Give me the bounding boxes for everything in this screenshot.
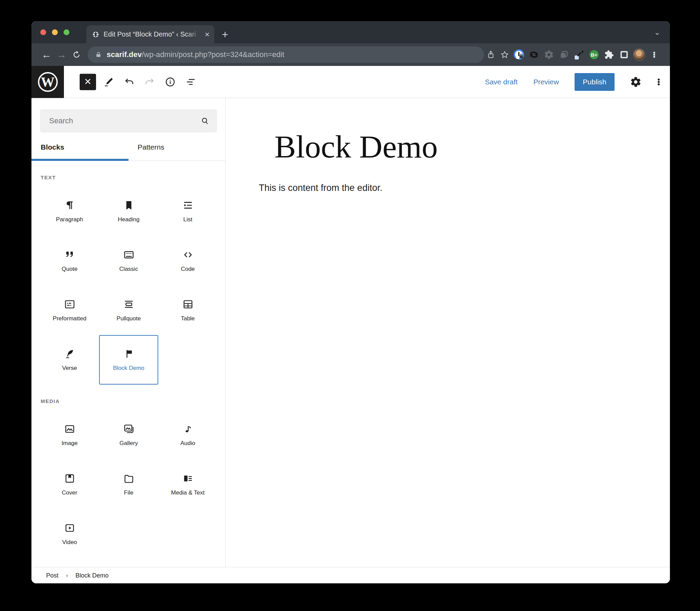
- window-close-button[interactable]: [40, 29, 46, 35]
- media-text-icon: [182, 473, 194, 484]
- block-item-heading[interactable]: Heading: [99, 186, 158, 236]
- section-heading-media: MEDIA: [41, 398, 225, 404]
- tools-button[interactable]: [101, 74, 117, 90]
- block-item-label: Audio: [180, 440, 195, 447]
- preview-button[interactable]: Preview: [533, 78, 559, 86]
- gear-icon: [630, 76, 642, 88]
- block-search[interactable]: [40, 109, 217, 133]
- block-item-table[interactable]: Table: [158, 286, 217, 335]
- undo-button[interactable]: [121, 74, 137, 90]
- inserter-tabs: Blocks Patterns: [31, 134, 225, 161]
- block-item-block-demo[interactable]: Block Demo: [99, 335, 158, 385]
- block-item-video[interactable]: Video: [40, 509, 99, 559]
- block-item-label: Video: [62, 539, 77, 546]
- gear-extension-icon[interactable]: [541, 47, 556, 62]
- share-button[interactable]: [484, 48, 498, 61]
- list-view-icon: [185, 76, 197, 88]
- block-item-label: Quote: [62, 266, 77, 273]
- reload-button[interactable]: [69, 47, 84, 62]
- options-menu-button[interactable]: •••: [654, 78, 663, 85]
- block-item-list[interactable]: List: [158, 186, 217, 236]
- color-picker-extension-icon[interactable]: [571, 47, 587, 62]
- publish-button[interactable]: Publish: [575, 73, 615, 91]
- search-icon: [200, 116, 210, 126]
- arrow-right-icon: →: [56, 49, 67, 60]
- redo-button[interactable]: [142, 74, 158, 90]
- bookmark-button[interactable]: [498, 48, 511, 61]
- wordpress-icon: W: [38, 72, 58, 92]
- block-item-image[interactable]: Image: [40, 410, 99, 460]
- block-item-preformatted[interactable]: Preformatted: [40, 286, 99, 335]
- tab-close-icon[interactable]: ×: [205, 30, 210, 39]
- search-input[interactable]: [49, 116, 200, 125]
- block-item-label: Table: [181, 315, 195, 322]
- video-icon: [64, 522, 76, 534]
- traffic-lights: [40, 29, 69, 35]
- browser-toolbar: ← → scarif.dev/wp-admin/post.php?post=32…: [31, 43, 670, 66]
- settings-button[interactable]: [629, 75, 643, 89]
- block-item-label: Preformatted: [53, 315, 86, 322]
- chevron-down-icon[interactable]: ⌄: [654, 28, 660, 37]
- kebab-icon: •••: [649, 52, 659, 58]
- block-item-label: Classic: [119, 266, 138, 273]
- forward-button[interactable]: →: [54, 47, 69, 62]
- block-item-label: Gallery: [120, 440, 138, 447]
- block-item-verse[interactable]: Verse: [40, 335, 99, 385]
- block-item-code[interactable]: Code: [158, 236, 217, 286]
- block-item-paragraph[interactable]: Paragraph: [40, 186, 99, 236]
- heading-icon: [123, 199, 135, 211]
- star-icon: [500, 50, 509, 59]
- address-bar[interactable]: scarif.dev/wp-admin/post.php?post=324&ac…: [88, 46, 484, 63]
- pullquote-icon: [123, 298, 135, 310]
- browser-menu-button[interactable]: •••: [647, 47, 662, 62]
- wordpress-logo-button[interactable]: W: [31, 66, 64, 98]
- window-minimize-button[interactable]: [52, 29, 58, 35]
- extensions-puzzle-icon[interactable]: [602, 47, 617, 62]
- browser-tab[interactable]: Edit Post “Block Demo” ‹ Scari ×: [86, 25, 214, 43]
- extension-badge-text: B+: [591, 52, 597, 58]
- block-item-audio[interactable]: Audio: [158, 410, 217, 460]
- block-item-media-text[interactable]: Media & Text: [158, 460, 217, 509]
- post-content-paragraph[interactable]: This is content from the editor.: [259, 183, 670, 193]
- block-item-quote[interactable]: Quote: [40, 236, 99, 286]
- editor-header: W ✕ Save draft Preview Publish •••: [31, 66, 670, 98]
- copy-tabs-extension-icon[interactable]: [556, 47, 571, 62]
- tab-title: Edit Post “Block Demo” ‹ Scari: [104, 30, 202, 38]
- block-item-file[interactable]: File: [99, 460, 158, 509]
- url-path: /wp-admin/post.php?post=324&action=edit: [142, 50, 284, 59]
- window-zoom-button[interactable]: [64, 29, 69, 35]
- block-grid-text: ParagraphHeadingListQuoteClassicCodePref…: [40, 186, 225, 385]
- close-inserter-button[interactable]: ✕: [80, 74, 96, 90]
- post-title[interactable]: Block Demo: [274, 129, 670, 164]
- block-item-cover[interactable]: Cover: [40, 460, 99, 509]
- arrow-left-icon: ←: [41, 49, 52, 60]
- tab-patterns[interactable]: Patterns: [129, 134, 226, 161]
- block-item-label: Paragraph: [56, 216, 83, 223]
- block-item-label: List: [183, 216, 192, 223]
- back-button[interactable]: ←: [39, 47, 54, 62]
- grammar-extension-icon[interactable]: B+: [587, 47, 602, 62]
- new-tab-button[interactable]: +: [222, 29, 228, 40]
- browser-profile-avatar[interactable]: [632, 47, 647, 62]
- reload-icon: [72, 50, 81, 59]
- url-domain: scarif.dev: [107, 50, 142, 59]
- gallery-icon: [123, 423, 135, 435]
- save-draft-button[interactable]: Save draft: [485, 78, 518, 86]
- side-panel-icon[interactable]: [617, 47, 632, 62]
- list-view-button[interactable]: [183, 74, 199, 90]
- password-manager-extension-icon[interactable]: [511, 47, 526, 62]
- editor-canvas: Block Demo This is content from the edit…: [226, 98, 670, 567]
- sync-arrows-extension-icon[interactable]: [526, 47, 541, 62]
- browser-window: Edit Post “Block Demo” ‹ Scari × + ⌄ ← →…: [31, 21, 670, 583]
- info-icon: [164, 76, 176, 88]
- tab-blocks[interactable]: Blocks: [31, 134, 129, 161]
- block-item-classic[interactable]: Classic: [99, 236, 158, 286]
- block-item-gallery[interactable]: Gallery: [99, 410, 158, 460]
- details-button[interactable]: [162, 74, 178, 90]
- share-icon: [486, 50, 495, 59]
- breadcrumb-current[interactable]: Block Demo: [76, 572, 109, 579]
- redo-icon: [144, 76, 156, 88]
- block-item-label: Code: [181, 266, 195, 273]
- breadcrumb-post[interactable]: Post: [46, 572, 58, 579]
- block-item-pullquote[interactable]: Pullquote: [99, 286, 158, 335]
